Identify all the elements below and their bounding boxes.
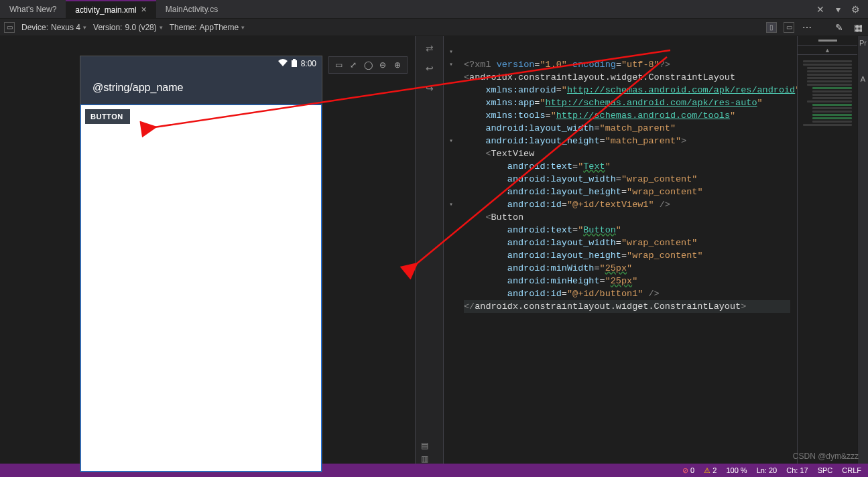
app-bar: @string/app_name — [80, 71, 322, 105]
preview-mode-icon[interactable]: ▭ — [4, 22, 15, 33]
minimap-line — [807, 100, 852, 103]
editor-gutter: ⇄ ↩ ↪ — [416, 36, 444, 464]
chevron-down-icon: ▾ — [83, 24, 86, 31]
minimap-line — [812, 97, 852, 99]
minimap-line — [807, 77, 852, 79]
designer-toolbar: ▭ Device: Nexus 4 ▾ Version: 9.0 (v28) ▾… — [0, 19, 868, 36]
minimap-line — [803, 64, 852, 66]
zoom-level[interactable]: 100 % — [726, 466, 747, 474]
minimap-line — [812, 121, 852, 123]
zoom-fit-icon[interactable]: ⤢ — [348, 60, 359, 70]
device-preview[interactable]: 8:00 @string/app_name BUTTON — [80, 56, 322, 472]
app-title: @string/app_name — [92, 82, 183, 94]
fold-icon[interactable]: ▾ — [449, 198, 453, 211]
lineending-indicator[interactable]: CRLF — [842, 466, 861, 474]
zoom-out-icon[interactable]: ⊖ — [377, 60, 388, 70]
minimap-line — [812, 94, 852, 96]
minimap-line — [812, 111, 852, 113]
close-tool-window-icon[interactable]: ✕ — [814, 3, 826, 15]
watermark: CSDN @dym&zzz — [793, 452, 859, 461]
minimap-line — [812, 90, 852, 92]
tab-whats-new[interactable]: What's New? — [0, 0, 66, 18]
device-selector[interactable]: Device: Nexus 4 ▾ — [21, 23, 86, 32]
panel-tab-properties[interactable]: Pr — [859, 39, 867, 47]
minimap[interactable]: ▲ — [797, 36, 857, 464]
minimap-line — [812, 87, 852, 89]
minimap-line — [807, 67, 852, 69]
gear-icon[interactable]: ⚙ — [849, 3, 861, 15]
status-bar: 8:00 — [80, 56, 322, 71]
minimap-line — [803, 60, 852, 62]
indent-indicator[interactable]: SPC — [818, 466, 833, 474]
layout-icon[interactable]: ▦ — [852, 21, 864, 33]
preview-button[interactable]: BUTTON — [85, 109, 130, 124]
minimap-line — [812, 104, 852, 106]
minimap-body[interactable] — [798, 55, 857, 131]
tab-bar: What's New? activity_main.xml ✕ MainActi… — [0, 0, 868, 19]
version-selector[interactable]: Version: 9.0 (v28) ▾ — [93, 23, 163, 32]
fold-icon[interactable]: ▾ — [449, 46, 453, 58]
chevron-down-icon: ▾ — [241, 24, 245, 31]
minimap-line — [812, 107, 852, 109]
minimap-split-handle[interactable] — [798, 36, 857, 46]
col-indicator[interactable]: Ch: 17 — [786, 466, 808, 474]
close-icon[interactable]: ✕ — [141, 5, 147, 14]
status-time: 8:00 — [301, 59, 316, 68]
nav-back-icon[interactable]: ↩ — [426, 63, 434, 74]
svg-rect-0 — [292, 60, 297, 67]
side-panel: Pr A — [857, 36, 868, 464]
minimap-line — [807, 74, 852, 76]
zoom-in-icon[interactable]: ⊕ — [392, 60, 403, 70]
fold-icon[interactable]: ▾ — [449, 135, 453, 147]
wifi-icon — [278, 59, 288, 68]
panel-tab-a[interactable]: A — [861, 75, 865, 83]
fold-icon[interactable]: ▾ — [449, 58, 453, 71]
minimap-line — [803, 124, 852, 126]
tab-mainactivity[interactable]: MainActivity.cs — [156, 0, 227, 18]
designer-pane: ▭ ⤢ ◯ ⊖ ⊕ 8:00 @string/app_name BUTTON — [0, 36, 416, 464]
more-icon[interactable]: ⋯ — [801, 21, 813, 33]
options-icon[interactable]: ▾ — [832, 3, 844, 15]
zoom-reset-icon[interactable]: ◯ — [363, 60, 373, 70]
svg-rect-1 — [293, 59, 296, 60]
edit-icon[interactable]: ✎ — [833, 21, 845, 33]
minimap-line — [807, 80, 852, 82]
minimap-line — [807, 70, 852, 72]
line-indicator[interactable]: Ln: 20 — [757, 466, 778, 474]
minimap-line — [812, 114, 852, 116]
select-icon[interactable]: ▭ — [333, 60, 344, 70]
code-editor[interactable]: ▾<?xml version="1.0" encoding="utf-8"?> … — [444, 36, 797, 464]
split-horizontal-icon[interactable]: ▤ — [421, 441, 428, 450]
errors-indicator[interactable]: ⊘ 0 — [682, 466, 694, 475]
orientation-portrait-icon[interactable]: ▯ — [766, 22, 777, 33]
warnings-indicator[interactable]: ⚠ 2 — [704, 466, 717, 475]
tabbar-actions: ✕ ▾ ⚙ — [814, 0, 868, 18]
main-area: ▭ ⤢ ◯ ⊖ ⊕ 8:00 @string/app_name BUTTON — [0, 36, 868, 464]
layout-canvas[interactable]: BUTTON — [80, 105, 322, 472]
zoom-toolbar: ▭ ⤢ ◯ ⊖ ⊕ — [328, 56, 408, 74]
minimap-line — [812, 117, 852, 119]
chevron-down-icon: ▾ — [160, 24, 163, 31]
scroll-up-icon[interactable]: ▲ — [798, 46, 857, 55]
split-vertical-icon[interactable]: ▥ — [421, 454, 428, 464]
minimap-line — [807, 84, 852, 86]
bottom-split-tools: ▤ ▥ — [421, 441, 428, 464]
swap-icon[interactable]: ⇄ — [426, 43, 434, 54]
theme-selector[interactable]: Theme: AppTheme ▾ — [170, 23, 245, 32]
battery-icon — [292, 59, 297, 69]
orientation-landscape-icon[interactable]: ▭ — [784, 22, 794, 33]
nav-forward-icon[interactable]: ↪ — [426, 83, 434, 94]
tab-activity-main[interactable]: activity_main.xml ✕ — [66, 0, 156, 18]
